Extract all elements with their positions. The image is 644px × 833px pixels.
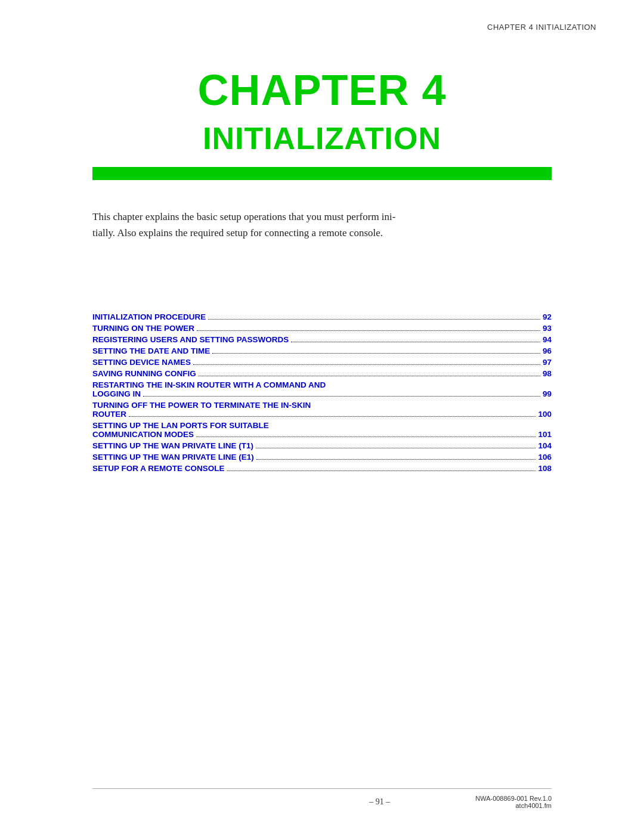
toc-item: INITIALIZATION PROCEDURE 92 xyxy=(92,312,552,321)
toc-page: 93 xyxy=(543,324,552,333)
toc-page: 108 xyxy=(538,464,552,473)
toc-item: SETTING UP THE WAN PRIVATE LINE (E1) 106 xyxy=(92,453,552,462)
intro-text: This chapter explains the basic setup op… xyxy=(92,211,395,239)
toc-item-label: TURNING ON THE POWER xyxy=(92,324,194,333)
toc-item-label: SETTING UP THE WAN PRIVATE LINE (E1) xyxy=(92,453,254,462)
footer-content: – 91 – NWA-008869-001 Rev.1.0 atch4001.f… xyxy=(92,795,552,809)
toc-page: 99 xyxy=(543,389,552,398)
toc-item-label: SETTING DEVICE NAMES xyxy=(92,358,191,367)
toc-item-label: SAVING RUNNING CONFIG xyxy=(92,369,196,378)
chapter-title: CHAPTER 4 xyxy=(92,66,552,114)
toc-item: TURNING ON THE POWER 93 xyxy=(92,324,552,333)
toc-page: 97 xyxy=(543,358,552,367)
toc-item: SETTING UP THE WAN PRIVATE LINE (T1) 104 xyxy=(92,441,552,450)
toc-dots xyxy=(193,364,540,365)
toc-dots xyxy=(208,319,540,320)
toc-page: 106 xyxy=(538,453,552,462)
toc-page: 92 xyxy=(543,312,552,321)
toc-item-label: ROUTER xyxy=(92,410,126,419)
toc-page: 94 xyxy=(543,335,552,344)
toc-page: 96 xyxy=(543,346,552,355)
intro-paragraph: This chapter explains the basic setup op… xyxy=(92,209,552,241)
toc-item: TURNING OFF THE POWER TO TERMINATE THE I… xyxy=(92,401,552,419)
toc-item: SETTING UP THE LAN PORTS FOR SUITABLE CO… xyxy=(92,421,552,439)
toc-dots xyxy=(256,459,536,460)
toc-item-label: INITIALIZATION PROCEDURE xyxy=(92,312,206,321)
toc-dots xyxy=(227,470,536,471)
toc-item: SETTING DEVICE NAMES 97 xyxy=(92,358,552,367)
toc-dots xyxy=(143,396,540,397)
footer-doc-info: NWA-008869-001 Rev.1.0 atch4001.fm xyxy=(475,795,552,809)
toc-item-label: SETTING THE DATE AND TIME xyxy=(92,346,210,355)
toc-dots xyxy=(197,330,540,331)
toc-item: SETUP FOR A REMOTE CONSOLE 108 xyxy=(92,464,552,473)
toc-item-label: SETTING UP THE WAN PRIVATE LINE (T1) xyxy=(92,441,253,450)
toc-item: SAVING RUNNING CONFIG 98 xyxy=(92,369,552,378)
toc-dots xyxy=(129,416,535,417)
toc-page: 104 xyxy=(538,441,552,450)
content-area: CHAPTER 4 INITIALIZATION This chapter ex… xyxy=(92,66,552,509)
toc-item-label: COMMUNICATION MODES xyxy=(92,430,194,439)
toc-item-label: LOGGING IN xyxy=(92,389,141,398)
toc-page: 101 xyxy=(538,430,552,439)
footer-doc-line2: atch4001.fm xyxy=(475,802,552,809)
chapter-subtitle: INITIALIZATION xyxy=(92,120,552,156)
toc-item: SETTING THE DATE AND TIME 96 xyxy=(92,346,552,355)
page: CHAPTER 4 INITIALIZATION CHAPTER 4 INITI… xyxy=(0,0,644,833)
toc-item-label: RESTARTING THE IN-SKIN ROUTER WITH A COM… xyxy=(92,380,326,389)
toc-item: RESTARTING THE IN-SKIN ROUTER WITH A COM… xyxy=(92,380,552,398)
toc-page: 100 xyxy=(538,410,552,419)
toc-dots xyxy=(196,436,535,437)
toc-dots xyxy=(256,448,535,448)
toc-dots xyxy=(199,376,540,376)
footer-line xyxy=(92,788,552,789)
page-footer: – 91 – NWA-008869-001 Rev.1.0 atch4001.f… xyxy=(0,788,644,809)
toc-item-label: REGISTERING USERS AND SETTING PASSWORDS xyxy=(92,335,289,344)
green-bar xyxy=(92,167,552,180)
page-header: CHAPTER 4 INITIALIZATION xyxy=(487,23,596,32)
toc-item-label: SETTING UP THE LAN PORTS FOR SUITABLE xyxy=(92,421,269,430)
toc-dots xyxy=(291,342,540,342)
footer-page-number: – 91 – xyxy=(284,797,475,807)
toc-item-label: TURNING OFF THE POWER TO TERMINATE THE I… xyxy=(92,401,311,410)
toc-item-label: SETUP FOR A REMOTE CONSOLE xyxy=(92,464,225,473)
toc-page: 98 xyxy=(543,369,552,378)
toc-dots xyxy=(212,353,540,354)
toc-item: REGISTERING USERS AND SETTING PASSWORDS … xyxy=(92,335,552,344)
footer-doc-line1: NWA-008869-001 Rev.1.0 xyxy=(475,795,552,802)
toc-section: INITIALIZATION PROCEDURE 92 TURNING ON T… xyxy=(92,312,552,473)
header-text: CHAPTER 4 INITIALIZATION xyxy=(487,23,596,32)
